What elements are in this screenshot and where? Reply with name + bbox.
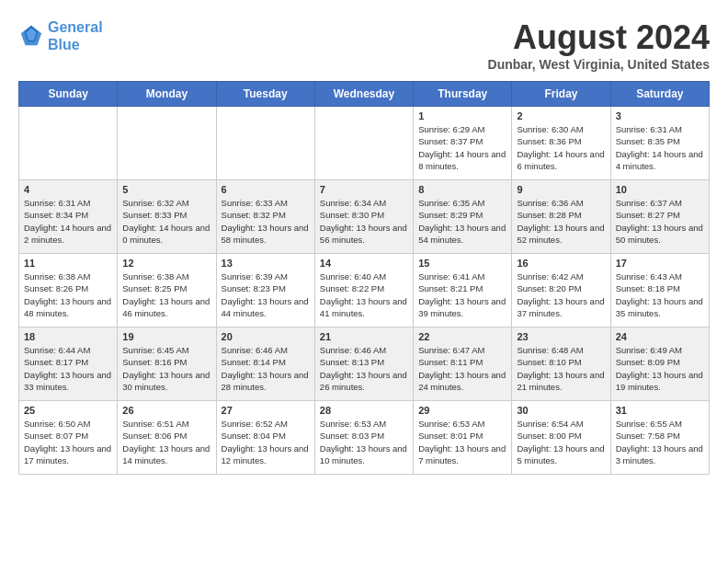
calendar-cell: 14Sunrise: 6:40 AMSunset: 8:22 PMDayligh…: [314, 254, 413, 327]
day-info: Sunrise: 6:46 AMSunset: 8:13 PMDaylight:…: [320, 344, 408, 393]
day-number: 8: [418, 184, 506, 195]
day-info: Sunrise: 6:44 AMSunset: 8:17 PMDaylight:…: [24, 344, 112, 393]
day-number: 18: [24, 331, 112, 342]
day-number: 27: [222, 405, 310, 416]
day-info: Sunrise: 6:50 AMSunset: 8:07 PMDaylight:…: [24, 418, 112, 466]
day-number: 5: [122, 184, 210, 195]
day-number: 7: [320, 184, 408, 195]
day-number: 12: [122, 258, 210, 269]
calendar-cell: 24Sunrise: 6:49 AMSunset: 8:09 PMDayligh…: [610, 327, 709, 401]
page-header: General Blue August 2024 Dunbar, West Vi…: [18, 18, 710, 72]
header-day-thursday: Thursday: [414, 82, 512, 107]
day-info: Sunrise: 6:38 AMSunset: 8:25 PMDaylight:…: [122, 270, 210, 319]
calendar-cell: 15Sunrise: 6:41 AMSunset: 8:21 PMDayligh…: [414, 254, 512, 327]
month-year: August 2024: [488, 18, 710, 57]
day-number: 20: [222, 331, 310, 342]
calendar-cell: 29Sunrise: 6:53 AMSunset: 8:01 PMDayligh…: [414, 401, 512, 475]
day-info: Sunrise: 6:40 AMSunset: 8:22 PMDaylight:…: [320, 270, 408, 319]
calendar-cell: 26Sunrise: 6:51 AMSunset: 8:06 PMDayligh…: [118, 401, 216, 475]
calendar-cell: 1Sunrise: 6:29 AMSunset: 8:37 PMDaylight…: [414, 107, 512, 180]
calendar-table: SundayMondayTuesdayWednesdayThursdayFrid…: [18, 81, 710, 475]
day-number: 9: [517, 184, 605, 195]
calendar-cell: 19Sunrise: 6:45 AMSunset: 8:16 PMDayligh…: [118, 327, 216, 401]
day-info: Sunrise: 6:53 AMSunset: 8:01 PMDaylight:…: [418, 418, 506, 466]
calendar-cell: 10Sunrise: 6:37 AMSunset: 8:27 PMDayligh…: [610, 180, 709, 254]
day-info: Sunrise: 6:39 AMSunset: 8:23 PMDaylight:…: [222, 270, 310, 319]
day-info: Sunrise: 6:48 AMSunset: 8:10 PMDaylight:…: [517, 344, 605, 393]
day-number: 15: [418, 258, 506, 269]
header-day-sunday: Sunday: [19, 82, 118, 107]
day-number: 26: [122, 405, 210, 416]
day-info: Sunrise: 6:35 AMSunset: 8:29 PMDaylight:…: [418, 197, 506, 246]
header-row: SundayMondayTuesdayWednesdayThursdayFrid…: [19, 82, 710, 107]
day-number: 2: [517, 110, 605, 121]
logo-text: General Blue: [48, 18, 103, 53]
calendar-cell: 27Sunrise: 6:52 AMSunset: 8:04 PMDayligh…: [216, 401, 314, 475]
day-info: Sunrise: 6:30 AMSunset: 8:36 PMDaylight:…: [517, 123, 605, 172]
calendar-cell: 9Sunrise: 6:36 AMSunset: 8:28 PMDaylight…: [512, 180, 610, 254]
calendar-cell: 28Sunrise: 6:53 AMSunset: 8:03 PMDayligh…: [314, 401, 413, 475]
day-number: 25: [24, 405, 112, 416]
day-info: Sunrise: 6:31 AMSunset: 8:35 PMDaylight:…: [616, 123, 704, 172]
day-number: 4: [24, 184, 112, 195]
calendar-cell: 22Sunrise: 6:47 AMSunset: 8:11 PMDayligh…: [414, 327, 512, 401]
day-number: 30: [517, 405, 605, 416]
calendar-cell: 30Sunrise: 6:54 AMSunset: 8:00 PMDayligh…: [512, 401, 610, 475]
day-info: Sunrise: 6:36 AMSunset: 8:28 PMDaylight:…: [517, 197, 605, 246]
day-info: Sunrise: 6:43 AMSunset: 8:18 PMDaylight:…: [616, 270, 704, 319]
header-day-friday: Friday: [512, 82, 610, 107]
logo: General Blue: [18, 18, 103, 53]
calendar-body: 1Sunrise: 6:29 AMSunset: 8:37 PMDaylight…: [19, 107, 710, 475]
calendar-cell: 25Sunrise: 6:50 AMSunset: 8:07 PMDayligh…: [19, 401, 118, 475]
day-number: 22: [418, 331, 506, 342]
day-info: Sunrise: 6:38 AMSunset: 8:26 PMDaylight:…: [24, 270, 112, 319]
week-row-3: 11Sunrise: 6:38 AMSunset: 8:26 PMDayligh…: [19, 254, 710, 327]
calendar-cell: 8Sunrise: 6:35 AMSunset: 8:29 PMDaylight…: [414, 180, 512, 254]
calendar-cell: [19, 107, 118, 180]
day-info: Sunrise: 6:49 AMSunset: 8:09 PMDaylight:…: [616, 344, 704, 393]
calendar-cell: 13Sunrise: 6:39 AMSunset: 8:23 PMDayligh…: [216, 254, 314, 327]
day-number: 3: [616, 110, 704, 121]
day-number: 10: [616, 184, 704, 195]
day-info: Sunrise: 6:31 AMSunset: 8:34 PMDaylight:…: [24, 197, 112, 246]
calendar-cell: 11Sunrise: 6:38 AMSunset: 8:26 PMDayligh…: [19, 254, 118, 327]
calendar-cell: 3Sunrise: 6:31 AMSunset: 8:35 PMDaylight…: [610, 107, 709, 180]
week-row-1: 1Sunrise: 6:29 AMSunset: 8:37 PMDaylight…: [19, 107, 710, 180]
day-number: 16: [517, 258, 605, 269]
day-number: 29: [418, 405, 506, 416]
day-info: Sunrise: 6:37 AMSunset: 8:27 PMDaylight:…: [616, 197, 704, 246]
day-info: Sunrise: 6:32 AMSunset: 8:33 PMDaylight:…: [122, 197, 210, 246]
day-number: 17: [616, 258, 704, 269]
day-number: 6: [222, 184, 310, 195]
day-number: 23: [517, 331, 605, 342]
day-number: 1: [418, 110, 506, 121]
day-number: 14: [320, 258, 408, 269]
calendar-cell: 18Sunrise: 6:44 AMSunset: 8:17 PMDayligh…: [19, 327, 118, 401]
calendar-cell: 12Sunrise: 6:38 AMSunset: 8:25 PMDayligh…: [118, 254, 216, 327]
calendar-cell: 31Sunrise: 6:55 AMSunset: 7:58 PMDayligh…: [610, 401, 709, 475]
header-day-tuesday: Tuesday: [216, 82, 314, 107]
calendar-cell: 2Sunrise: 6:30 AMSunset: 8:36 PMDaylight…: [512, 107, 610, 180]
calendar-cell: 16Sunrise: 6:42 AMSunset: 8:20 PMDayligh…: [512, 254, 610, 327]
day-info: Sunrise: 6:47 AMSunset: 8:11 PMDaylight:…: [418, 344, 506, 393]
day-number: 31: [616, 405, 704, 416]
day-info: Sunrise: 6:55 AMSunset: 7:58 PMDaylight:…: [616, 418, 704, 466]
day-info: Sunrise: 6:46 AMSunset: 8:14 PMDaylight:…: [222, 344, 310, 393]
day-info: Sunrise: 6:54 AMSunset: 8:00 PMDaylight:…: [517, 418, 605, 466]
calendar-header: SundayMondayTuesdayWednesdayThursdayFrid…: [19, 82, 710, 107]
day-info: Sunrise: 6:42 AMSunset: 8:20 PMDaylight:…: [517, 270, 605, 319]
day-number: 11: [24, 258, 112, 269]
calendar-cell: 6Sunrise: 6:33 AMSunset: 8:32 PMDaylight…: [216, 180, 314, 254]
calendar-cell: [216, 107, 314, 180]
calendar-cell: 4Sunrise: 6:31 AMSunset: 8:34 PMDaylight…: [19, 180, 118, 254]
calendar-cell: 7Sunrise: 6:34 AMSunset: 8:30 PMDaylight…: [314, 180, 413, 254]
day-number: 21: [320, 331, 408, 342]
day-info: Sunrise: 6:41 AMSunset: 8:21 PMDaylight:…: [418, 270, 506, 319]
day-info: Sunrise: 6:34 AMSunset: 8:30 PMDaylight:…: [320, 197, 408, 246]
week-row-4: 18Sunrise: 6:44 AMSunset: 8:17 PMDayligh…: [19, 327, 710, 401]
week-row-2: 4Sunrise: 6:31 AMSunset: 8:34 PMDaylight…: [19, 180, 710, 254]
day-info: Sunrise: 6:33 AMSunset: 8:32 PMDaylight:…: [222, 197, 310, 246]
day-info: Sunrise: 6:53 AMSunset: 8:03 PMDaylight:…: [320, 418, 408, 466]
calendar-cell: [118, 107, 216, 180]
logo-icon: [18, 23, 44, 49]
